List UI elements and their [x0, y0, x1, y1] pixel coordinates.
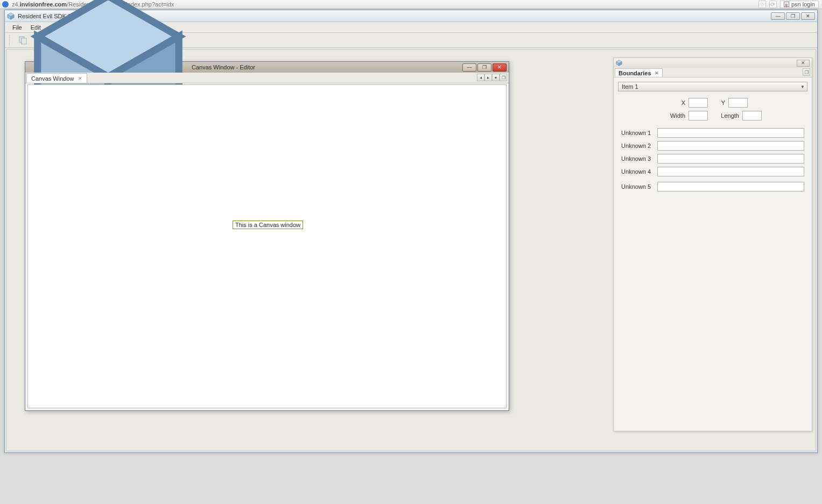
reload-icon[interactable]: ⟳: [769, 1, 777, 8]
app-window: Resident Evil SDK 201204101705 — ❐ ✕ Fil…: [4, 10, 818, 453]
app-maximize-button[interactable]: ❐: [786, 12, 800, 20]
panel-close-button[interactable]: ✕: [797, 60, 810, 67]
label-y: Y: [718, 100, 725, 106]
label-unknown2: Unknown 2: [621, 143, 653, 149]
workspace: Canvas Window - Editor — ❐ ✕ Canvas Wind…: [6, 49, 816, 451]
label-unknown4: Unknown 4: [621, 168, 653, 175]
toolbar-grip: [9, 35, 12, 46]
label-width: Width: [664, 112, 685, 119]
canvas-tab[interactable]: Canvas Window ✕: [26, 73, 87, 83]
tabs-dropdown-icon[interactable]: ▾: [492, 74, 500, 81]
input-length[interactable]: [742, 111, 762, 120]
boundaries-tab[interactable]: Boundaries ✕: [615, 68, 663, 77]
input-width[interactable]: [688, 111, 708, 120]
label-unknown5: Unknown 5: [621, 183, 653, 190]
google-icon: g: [784, 2, 789, 7]
panel-tabstrip: Boundaries ✕ ❐: [614, 68, 812, 77]
canvas-tab-label: Canvas Window: [31, 75, 74, 82]
item-select[interactable]: Item 1 ▼: [618, 82, 807, 91]
label-length: Length: [718, 112, 739, 119]
scroll-right-icon[interactable]: ▸: [484, 74, 492, 81]
browser-tab-second[interactable]: g psn login: [780, 1, 819, 8]
input-y[interactable]: [728, 98, 748, 108]
close-tab-icon[interactable]: ✕: [78, 76, 82, 81]
close-tab-icon[interactable]: ✕: [655, 70, 659, 76]
input-unknown1[interactable]: [657, 128, 804, 138]
menu-file[interactable]: File: [8, 23, 26, 32]
canvas-tabstrip: Canvas Window ✕ ◂ ▸ ▾ ❐: [25, 73, 509, 83]
app-icon: [7, 12, 15, 20]
canvas-area[interactable]: This is a Canvas window: [27, 84, 507, 408]
app-minimize-button[interactable]: —: [771, 12, 785, 20]
label-x: X: [678, 100, 685, 106]
boundaries-panel: ✕ Boundaries ✕ ❐ Item 1 ▼: [613, 58, 812, 431]
canvas-close-button[interactable]: ✕: [493, 63, 507, 72]
favorite-icon[interactable]: ☆: [758, 1, 766, 8]
panel-header[interactable]: ✕: [614, 58, 812, 68]
canvas-editor-window: Canvas Window - Editor — ❐ ✕ Canvas Wind…: [25, 61, 509, 411]
label-unknown1: Unknown 1: [621, 130, 653, 136]
label-unknown3: Unknown 3: [621, 155, 653, 162]
page-icon: [2, 1, 9, 8]
canvas-titlebar[interactable]: Canvas Window - Editor — ❐ ✕: [25, 62, 509, 73]
input-unknown3[interactable]: [657, 154, 804, 164]
app-close-button[interactable]: ✕: [801, 12, 815, 20]
panel-body: Item 1 ▼ X Y: [616, 80, 810, 429]
canvas-window-title: Canvas Window - Editor: [192, 64, 255, 70]
scroll-left-icon[interactable]: ◂: [477, 74, 484, 81]
input-x[interactable]: [688, 98, 708, 108]
chevron-down-icon: ▼: [800, 84, 805, 89]
svg-rect-4: [22, 38, 26, 44]
maximize-tab-icon[interactable]: ❐: [500, 74, 507, 81]
canvas-minimize-button[interactable]: —: [462, 63, 476, 72]
input-unknown2[interactable]: [657, 141, 804, 151]
browser-tab-label: psn login: [791, 1, 815, 8]
input-unknown4[interactable]: [657, 167, 804, 176]
input-unknown5[interactable]: [657, 182, 804, 191]
boundaries-tab-label: Boundaries: [619, 70, 651, 76]
panel-icon: [616, 60, 622, 66]
canvas-maximize-button[interactable]: ❐: [477, 63, 491, 72]
maximize-tab-icon[interactable]: ❐: [803, 68, 810, 76]
canvas-content-label: This is a Canvas window: [233, 221, 303, 229]
item-select-value: Item 1: [622, 83, 638, 90]
